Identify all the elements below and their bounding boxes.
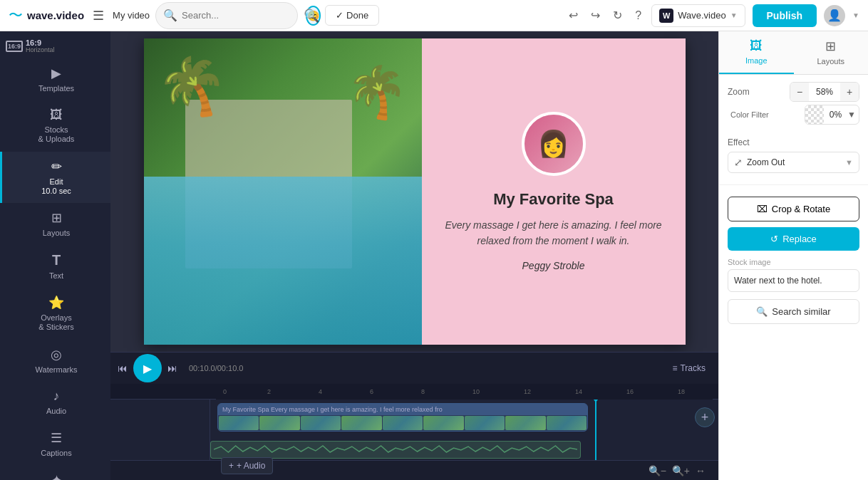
ruler-mark-8: 8	[421, 388, 425, 395]
search-input[interactable]	[182, 10, 301, 21]
canvas-quote: Every massage I get here is amazing. I f…	[436, 217, 671, 249]
canvas-background: 🌴 🌴	[144, 38, 422, 345]
effect-value: Zoom Out	[747, 157, 841, 167]
audio-clip[interactable]	[210, 441, 581, 459]
canvas-author: Peggy Stroble	[522, 260, 585, 271]
audio-waveform	[214, 444, 577, 454]
effect-label: Effect	[728, 137, 859, 147]
color-filter-value: 0%	[827, 110, 844, 120]
palm-left-icon: 🌴	[153, 48, 234, 127]
clip-thumbnails	[218, 415, 587, 431]
replace-icon: ↺	[770, 234, 778, 244]
ruler-mark-2: 2	[267, 388, 271, 395]
clip-thumb-5	[383, 416, 423, 430]
ruler-mark-14: 14	[575, 388, 582, 395]
audio-icon: ♪	[53, 389, 60, 404]
sidebar-item-watermarks[interactable]: ◎ Watermarks	[0, 340, 110, 382]
zoom-value: 58%	[812, 87, 837, 97]
profile-image: 👩	[525, 115, 583, 173]
clip-thumb-6	[423, 416, 463, 430]
ruler-mark-12: 12	[524, 388, 531, 395]
timeline-tracks: My Favorite Spa Every massage I get here…	[210, 400, 718, 460]
logo-area: 〜 wave.video	[9, 6, 84, 25]
avatar-chevron-icon[interactable]: ▼	[852, 11, 859, 19]
help-button[interactable]: ?	[632, 6, 644, 25]
ruler-mark-18: 18	[678, 388, 685, 395]
brand-selector[interactable]: W Wave.video ▼	[651, 4, 745, 27]
add-audio-button[interactable]: + + Audio	[221, 457, 273, 474]
tracks-button[interactable]: ≡ Tracks	[666, 360, 711, 376]
tab-image[interactable]: 🖼 Image	[719, 31, 794, 74]
sidebar-item-layouts[interactable]: ⊞ Layouts	[0, 203, 110, 245]
sidebar-item-stocks[interactable]: 🖼 Stocks& Uploads	[0, 100, 110, 151]
right-panel: 🖼 Image ⊞ Layouts Zoom − 58% + Color Fil…	[718, 31, 868, 480]
done-button[interactable]: ✓ Done	[325, 5, 379, 26]
avatar[interactable]: 👤	[824, 5, 845, 26]
zoom-in-timeline-button[interactable]: 🔍+	[672, 465, 690, 476]
palm-right-icon: 🌴	[343, 61, 410, 124]
stock-image-label: Stock image	[728, 258, 859, 266]
video-title[interactable]: My video	[113, 10, 150, 21]
sidebar-item-templates[interactable]: ▶ Templates	[0, 58, 110, 100]
publish-button[interactable]: Publish	[753, 4, 817, 27]
sidebar-item-captions[interactable]: ☰ Captions	[0, 423, 110, 465]
sidebar-item-enhancers[interactable]: ✦ Enhancers	[0, 465, 110, 480]
profile-circle: 👩	[522, 112, 586, 176]
add-clip-button[interactable]: +	[695, 407, 715, 427]
canvas-photo: 🌴 🌴	[144, 38, 422, 345]
canvas-content-panel: 👩 My Favorite Spa Every massage I get he…	[422, 38, 686, 345]
redo-button[interactable]: ↪	[588, 6, 603, 25]
refresh-button[interactable]: ↻	[610, 6, 625, 25]
color-filter-chevron-icon[interactable]: ▼	[847, 110, 859, 120]
fit-timeline-button[interactable]: ↔	[696, 465, 706, 476]
image-tab-icon: 🖼	[750, 38, 763, 53]
audio-track-row	[210, 437, 718, 460]
tracks-icon: ≡	[672, 363, 677, 373]
panel-divider-1	[719, 184, 868, 185]
zoom-section: Zoom − 58% + Color Filter 0% ▼	[719, 75, 868, 137]
enhancers-icon: ✦	[51, 472, 62, 480]
sidebar-item-overlays[interactable]: ⭐ Overlays& Stickers	[0, 288, 110, 339]
ratio-box: 16:9	[6, 41, 23, 52]
menu-icon[interactable]: ☰	[93, 8, 104, 24]
pool-overlay	[144, 177, 422, 345]
tab-layouts[interactable]: ⊞ Layouts	[794, 31, 869, 74]
skip-forward-button[interactable]: ⏭	[167, 362, 177, 374]
search-icon[interactable]: 🔍	[163, 9, 177, 22]
sidebar-item-audio[interactable]: ♪ Audio	[0, 382, 110, 423]
video-track-row: My Favorite Spa Every massage I get here…	[210, 400, 718, 435]
sidebar-item-edit[interactable]: ✏ Edit10.0 sec	[0, 152, 110, 203]
replace-button[interactable]: ↺ Replace	[728, 227, 859, 251]
clip-thumb-2	[259, 416, 299, 430]
sidebar-ratio[interactable]: 16:9 16:9 Horizontal	[0, 34, 110, 58]
zoom-label: Zoom	[728, 87, 750, 97]
clip-thumb-4	[341, 416, 381, 430]
sidebar-item-text[interactable]: T Text	[0, 245, 110, 288]
zoom-out-timeline-button[interactable]: 🔍−	[649, 465, 666, 476]
zoom-plus-button[interactable]: +	[840, 83, 859, 101]
plus-icon: +	[229, 461, 234, 471]
chevron-down-icon: ▼	[730, 11, 738, 19]
main-video-clip[interactable]: My Favorite Spa Every massage I get here…	[217, 403, 588, 432]
topbar: 〜 wave.video ☰ My video 🔍 😊 🔍 ✓ Done ↩ ↪…	[0, 0, 868, 31]
undo-button[interactable]: ↩	[566, 6, 581, 25]
search-similar-button[interactable]: 🔍 Search similar	[728, 299, 859, 324]
ruler-mark-10: 10	[472, 388, 480, 395]
canvas-wrapper[interactable]: 🌴 🌴 👩 My Favorite Spa Every massage I ge…	[110, 31, 718, 352]
effect-section: Effect ⤢ Zoom Out ▼	[719, 137, 868, 180]
zoom-minus-button[interactable]: −	[790, 83, 809, 101]
watermarks-icon: ◎	[51, 347, 62, 362]
canvas-title: My Favorite Spa	[493, 190, 614, 209]
play-button[interactable]: ▶	[133, 354, 162, 382]
global-search-icon[interactable]: 🔍	[304, 8, 319, 24]
crop-rotate-button[interactable]: ⌧ Crop & Rotate	[728, 197, 859, 221]
timeline-controls: ⏮ ▶ ⏭ 00:10.0/00:10.0 ≡ Tracks	[110, 353, 718, 384]
captions-icon: ☰	[51, 430, 62, 446]
checkmark-icon: ✓	[336, 10, 343, 21]
effect-expand-icon: ⤢	[734, 157, 743, 168]
skip-back-button[interactable]: ⏮	[118, 362, 128, 374]
clip-text: My Favorite Spa Every massage I get here…	[218, 404, 587, 415]
effect-selector[interactable]: ⤢ Zoom Out ▼	[728, 152, 859, 173]
timeline-playhead[interactable]	[595, 400, 596, 460]
clip-thumb-1	[219, 416, 259, 430]
